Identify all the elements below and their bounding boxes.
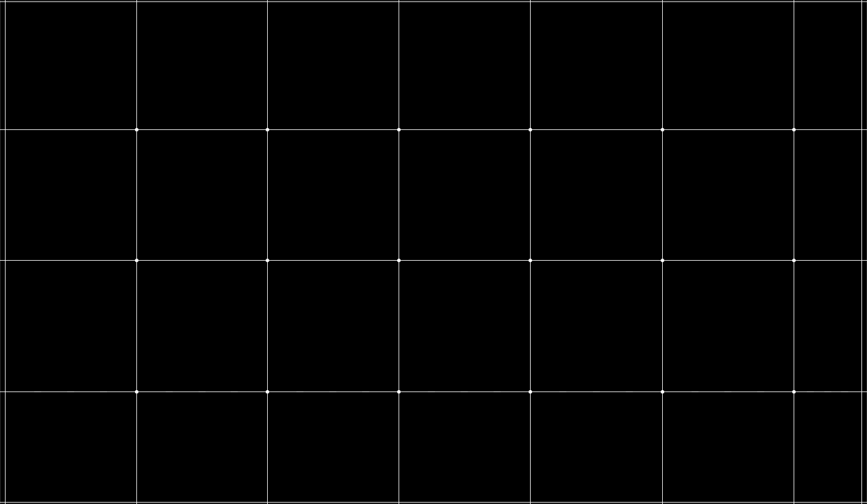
frame-border [0, 0, 867, 504]
